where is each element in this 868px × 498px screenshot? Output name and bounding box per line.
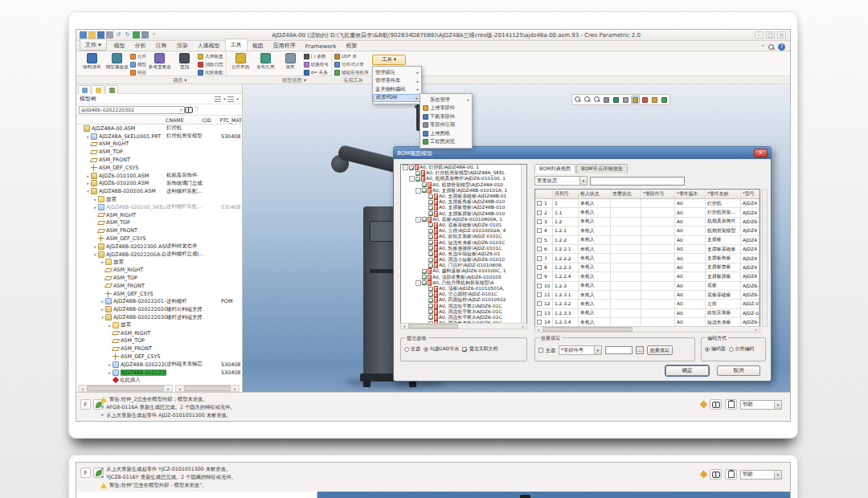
tree-row[interactable]: ASM_TOP (76, 274, 242, 282)
tree-row[interactable]: ASM_TOP (76, 148, 242, 156)
collapse-icon[interactable]: - (416, 217, 421, 222)
row-checkbox[interactable] (537, 219, 542, 224)
ribbon-small-button[interactable]: 元件 (130, 53, 146, 60)
menu-tab-6[interactable]: 工具 (225, 39, 248, 51)
clipboard-button[interactable] (725, 399, 737, 410)
bom-tree-row[interactable]: A0, 底板基础板\AJDZ6-0101 (401, 222, 526, 228)
dropdown-icon[interactable]: ▾ (150, 31, 158, 39)
tree-row[interactable]: ASM_FRONT (76, 345, 242, 353)
tree-row[interactable]: ASM_TOP (76, 337, 242, 345)
cancel-button[interactable]: 取消 (717, 365, 760, 376)
expand-icon[interactable]: ▸ (100, 307, 105, 312)
menu-tab-9[interactable]: Framework (301, 42, 342, 51)
row-checkbox[interactable] (416, 177, 420, 182)
tree-row[interactable]: ASM_FRONT (76, 282, 242, 290)
bom-tree-row[interactable]: A0, 周边矩平铁1\AJDZ6-01C (401, 304, 526, 309)
bom-tree-row[interactable]: A0, 立柱\AJDZ-01010002A, 4 (401, 228, 526, 234)
bom-table-row[interactable]: 81.2.2.3未检入A0支撑板垫板AJDZ4 (535, 263, 760, 272)
bom-tree-row[interactable]: A0, 门拉杆\AJDZ-01010609, (401, 263, 526, 268)
search-icon[interactable] (768, 44, 775, 51)
save-icon[interactable] (97, 31, 104, 39)
submenu-item-工程图浏览[interactable]: 工程图浏览 (420, 138, 472, 147)
row-checkbox[interactable] (428, 211, 433, 216)
row-checkbox[interactable] (537, 292, 542, 297)
bom-tree-row[interactable]: A0, 灯控机骨架模型\AJDZ48A_SKEL (401, 170, 526, 176)
bom-table-vscrollbar[interactable] (762, 189, 768, 327)
submenu-item-下载零部件[interactable]: 下载零部件 (420, 112, 472, 121)
row-checkbox[interactable] (537, 284, 542, 288)
submenu-item-零部件引用[interactable]: 零部件引用 (420, 121, 472, 130)
tree-row[interactable]: ASM_FRONT (76, 227, 242, 235)
ribbon-button[interactable]: 查找 (173, 52, 196, 69)
submenu-item-上传零部件[interactable]: 上传零部件 (420, 104, 472, 113)
bom-tree-row[interactable]: -A0, 机箱及装饰件\AJDZ6-010100, 1 (401, 176, 526, 182)
dialog-title-bar[interactable]: BOM视图模型 × (394, 147, 771, 159)
ribbon-small-button[interactable]: 特征 (130, 69, 146, 76)
row-checkbox[interactable] (416, 171, 420, 176)
batch-field-combo[interactable]: *零部件号 ▾ (559, 345, 602, 355)
new-icon[interactable] (80, 31, 87, 39)
bom-table-row[interactable]: 131.2.3.3未检入A0前轮安装板AJDZ-0 (535, 309, 760, 318)
tree-row[interactable]: ▾AJDZ48B-02022200A-D11_5进料螺杆总成(… (76, 251, 242, 259)
row-checkbox[interactable] (422, 280, 427, 285)
bom-table-row[interactable]: 111.2.3.1未检入A0底板基础板AJDZ6- (535, 291, 760, 300)
datum-display-icon[interactable] (641, 96, 649, 104)
tree-row[interactable]: AJDZ48A-00.ASM灯控机 (76, 124, 242, 133)
row-checkbox[interactable] (428, 206, 433, 210)
ribbon-small-button[interactable]: 辅助应用程序 (334, 69, 369, 76)
row-checkbox[interactable] (409, 165, 414, 170)
tree-row[interactable]: ▸AJDZ48B-020222030进料端支承轴芯S30408 (76, 361, 242, 369)
tree-row[interactable]: ASM_DEF_CSYS (76, 290, 242, 298)
row-checkbox[interactable] (428, 235, 433, 239)
menu-tab-5[interactable]: 人体模型 (193, 40, 225, 51)
tree-settings-dropdown[interactable]: ▾ (223, 96, 226, 101)
regen-status-icon[interactable]: F (80, 399, 91, 410)
expand-icon[interactable]: ▸ (107, 362, 113, 367)
find-icon[interactable] (185, 107, 193, 112)
search-input[interactable] (79, 106, 185, 114)
bom-tree-hscrollbar[interactable]: ◂▸ (400, 323, 527, 329)
ribbon-small-button[interactable]: 导入配置文件编辑器 (371, 61, 371, 68)
bom-tree-row[interactable]: -A0, 凸轮升降机构骨架模型\A (401, 280, 526, 286)
collapse-ribbon-icon[interactable]: ⌃ (760, 44, 765, 51)
ribbon-small-button[interactable]: d= 关系 (304, 69, 329, 76)
zoom-in-icon[interactable] (583, 96, 592, 104)
annotation-display-icon[interactable] (650, 96, 659, 104)
menu-tab-2[interactable]: 分析 (130, 40, 151, 51)
batch-fill-button[interactable]: 批量填写 (647, 345, 673, 355)
minimize-button[interactable]: – (755, 31, 764, 39)
bom-tree-row[interactable]: -A0, 底板\AJDZ6-01010800A, 1 (401, 217, 526, 222)
expand-icon[interactable]: ▸ (92, 244, 98, 249)
row-checkbox[interactable] (428, 240, 433, 245)
row-checkbox[interactable] (537, 201, 542, 206)
bom-tree-row[interactable]: -A0, 支撑板\AJDZ48B-010101A, 1 (401, 188, 526, 194)
row-checkbox[interactable] (428, 298, 433, 303)
row-checkbox[interactable] (422, 188, 427, 193)
bom-col-header-2[interactable]: 检入状态 (579, 190, 611, 198)
row-checkbox[interactable] (537, 228, 542, 233)
bom-tree-vscrollbar[interactable] (521, 165, 526, 324)
row-checkbox[interactable] (428, 229, 433, 234)
ribbon-small-button[interactable]: UDF 库 (334, 53, 369, 60)
ribbon-group-label-1[interactable]: 模型意图 ▾ (282, 77, 306, 84)
bom-table-row[interactable]: 31.2未检入A0机箱及装饰件AJDZ6- (535, 218, 760, 227)
row-checkbox[interactable] (428, 309, 433, 314)
bom-tree-row[interactable]: A0, 支撑板基础板\AJDZ48B-01 (401, 194, 526, 199)
collapse-icon[interactable]: - (403, 165, 408, 170)
bom-tree-row[interactable]: A0, 空心圆柱\AJDZ-0101C (401, 292, 526, 297)
expand-icon[interactable]: ▸ (85, 134, 91, 139)
bom-table-row[interactable]: 121.2.3.2未检入A0立柱AJDZ-0 (535, 300, 760, 308)
row-checkbox[interactable] (537, 320, 542, 325)
tree-columns-dropdown[interactable]: ▾ (236, 96, 239, 101)
row-checkbox[interactable] (428, 304, 433, 308)
bom-tree-row[interactable]: A0, 支撑板撑板\AJDZ48B-010 (401, 211, 526, 217)
filter-icon[interactable]: ▽ (194, 107, 199, 112)
zoom-fit-icon[interactable] (573, 96, 582, 104)
tree-row[interactable]: ASM_RIGHT (76, 329, 242, 337)
selection-filter-combo[interactable]: 智能 ▾ (740, 470, 782, 480)
bom-tree-row[interactable]: A0, 四圆短柱\AJDZ-01010502 (401, 297, 526, 303)
tab-model-tree[interactable] (78, 85, 91, 94)
row-checkbox[interactable] (428, 315, 433, 320)
tree-row[interactable]: ▸AJDZ48B-02022300.ASM进料绞龙右座 (76, 243, 242, 251)
expand-icon[interactable]: ▾ (92, 252, 98, 257)
